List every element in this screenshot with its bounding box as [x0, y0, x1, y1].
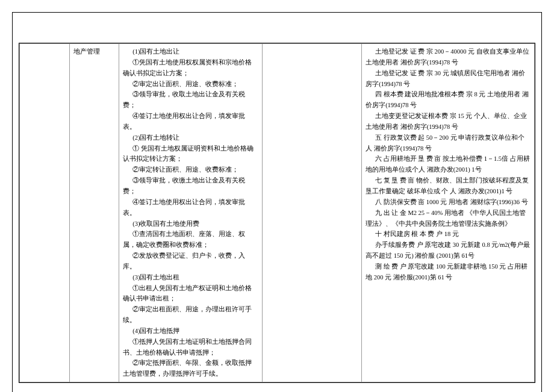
- left-item: ③领导审批，收缴土地出让金及有关税费；: [123, 175, 258, 197]
- right-content-cell: 土地登记发 证 费 宗 200－40000 元 自收自支事业单位土地使用者 湘价…: [362, 44, 535, 382]
- right-item: 办手续服务费 户 原宅改建 30 元新建 0.8 元/m2(每户最高不超过 15…: [366, 240, 531, 261]
- left-item: (3)国有土地出租: [123, 272, 258, 283]
- right-item: 六 占用耕地开 垦 费 亩 按土地补偿费 1－1.5倍 占用耕地的用地单位或个人…: [366, 154, 531, 175]
- table-row: 地产管理 (1)国有土地出让 ①凭国有土地使用权权属资料和宗地价格确认书拟定出让…: [20, 44, 535, 382]
- right-item: 土地登记发 证 费 宗 30 元 城镇居民住宅用地者 湘价房字(1994)78 …: [366, 68, 531, 90]
- left-item: (4)国有土地抵押: [123, 326, 258, 337]
- left-item: ④签订土地使用权出让合同，填发审批表。: [123, 197, 258, 219]
- page-outer-frame: 地产管理 (1)国有土地出让 ①凭国有土地使用权权属资料和宗地价格确认书拟定出让…: [12, 12, 542, 392]
- right-item: 四 根本费 建设用地批准根本费 宗 8 元 土地使用者 湘价房字(1994)78…: [366, 89, 531, 111]
- left-item: ③领导审批，收取土地出让金及有关税费；: [123, 89, 258, 111]
- right-item: 九 出 让 金 M2 25－40% 用地者 《中华人民国土地管理法》、《中共中央…: [366, 208, 531, 229]
- right-item: 八 防洪保安费 亩 1000 元 用地者 湘财综字(1996)36 号: [366, 197, 531, 208]
- right-item: 五 行政复议费 起 50－200 元 申请行政复议单位和个人 湘价房字(1994…: [366, 132, 531, 154]
- left-item: ①查清国有土地面积、座落、用途、权属，确定收费圈和收费标准；: [123, 229, 258, 250]
- left-item: ②审定抵押面积、年限、金额，收取抵押土地管理费，办理抵押许可手续。: [123, 358, 258, 379]
- right-item: 十 村民建房 根 本 费 户 18 元: [366, 229, 531, 240]
- left-item: ①出租人凭国有土地产权证明和土地价格确认书申请出租；: [123, 283, 258, 305]
- left-item: ②发放收费登记证、归户卡，收费，入库。: [123, 250, 258, 272]
- category-label: 地产管理: [73, 48, 100, 55]
- category-cell: 地产管理: [69, 44, 119, 382]
- content-table: 地产管理 (1)国有土地出让 ①凭国有土地使用权权属资料和宗地价格确认书拟定出让…: [19, 43, 535, 382]
- left-item: ①抵押人凭国有土地证明和土地抵押合同书、土地价格确认书申请抵押；: [123, 337, 258, 358]
- right-item: 七 复 垦 费 亩 物价、财政、国土部门按破坏程度及复垦工作量确定 破坏单位或 …: [366, 175, 531, 197]
- empty-cell-1: [20, 44, 70, 382]
- left-item: ①凭国有土地使用权权属资料和宗地价格确认书拟定出让方案；: [123, 57, 258, 79]
- right-item: 土地登记发 证 费 宗 200－40000 元 自收自支事业单位土地使用者 湘价…: [366, 46, 531, 68]
- left-item: ②审定转让面积、用途、收费标准；: [123, 164, 258, 175]
- left-item: ④签订土地使用权出让合同，填发审批表。: [123, 111, 258, 132]
- page-inner-frame: 地产管理 (1)国有土地出让 ①凭国有土地使用权权属资料和宗地价格确认书拟定出让…: [19, 43, 535, 383]
- left-item: ① 凭国有土地权属证明资料和土地价格确认书拟定转让方案；: [123, 143, 258, 165]
- left-item: (2)国有土地转让: [123, 132, 258, 143]
- right-item: 测 绘 费 户 原宅改建 100 元新建非耕地 150 元 占用耕地 200 元…: [366, 261, 531, 283]
- left-item: ②审定出租面积、用途，办理出租许可手续。: [123, 304, 258, 326]
- right-item: 土地变更登记发证根本费 宗 15 元 个人、单位、企业土地使用者 湘价房字(19…: [366, 111, 531, 132]
- left-item: ②审定出让面积、用途、收费标准；: [123, 79, 258, 90]
- left-item: (3)收取国有土地使用费: [123, 219, 258, 229]
- left-item: (1)国有土地出让: [123, 46, 258, 57]
- empty-cell-2: [262, 44, 361, 382]
- left-content-cell: (1)国有土地出让 ①凭国有土地使用权权属资料和宗地价格确认书拟定出让方案； ②…: [119, 44, 262, 382]
